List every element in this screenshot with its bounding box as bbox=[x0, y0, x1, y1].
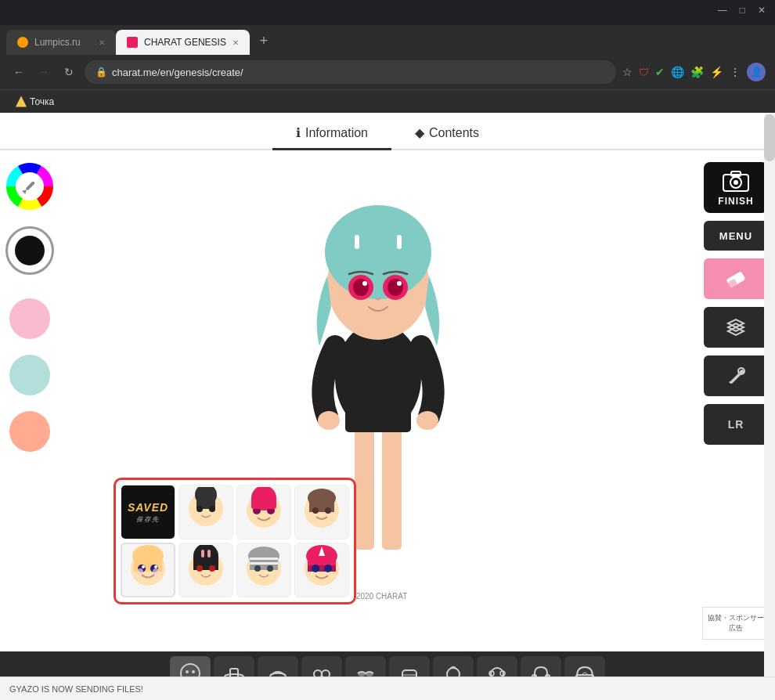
svg-point-74 bbox=[186, 670, 189, 673]
color-swatch-teal[interactable] bbox=[9, 355, 50, 395]
svg-point-15 bbox=[353, 279, 369, 296]
tab-charat[interactable]: CHARAT GENESIS ✕ bbox=[116, 30, 250, 55]
svg-point-75 bbox=[192, 670, 195, 673]
svg-point-35 bbox=[325, 507, 331, 514]
forward-button[interactable]: → bbox=[34, 66, 53, 78]
info-icon: ℹ bbox=[296, 125, 301, 140]
toolbar-hat-btn[interactable] bbox=[214, 656, 254, 677]
svg-point-49 bbox=[209, 565, 215, 572]
preset-item-5-selected[interactable] bbox=[121, 543, 175, 597]
extension-icon[interactable]: 🛡 bbox=[639, 67, 649, 78]
tab-information[interactable]: ℹ Information bbox=[272, 119, 391, 150]
black-circle-tool[interactable] bbox=[5, 226, 54, 275]
menu-dots-icon[interactable]: ⋮ bbox=[730, 66, 741, 78]
new-tab-button[interactable]: + bbox=[253, 30, 275, 52]
preset-item-8[interactable] bbox=[294, 543, 349, 597]
copyright: © 2020 CHARAT bbox=[348, 592, 408, 601]
tab-close-charat[interactable]: ✕ bbox=[232, 38, 239, 47]
lock-icon: 🔒 bbox=[96, 67, 107, 78]
toolbar-sunglasses-btn[interactable] bbox=[345, 656, 386, 677]
toolbar-glasses-btn[interactable] bbox=[301, 656, 342, 677]
toolbar-face-btn[interactable] bbox=[170, 656, 211, 677]
layers-button[interactable] bbox=[704, 307, 768, 348]
maximize-button[interactable]: □ bbox=[740, 5, 745, 16]
toolbar-headphone-btn[interactable] bbox=[521, 656, 561, 677]
preset-item-2[interactable] bbox=[178, 485, 233, 539]
back-button[interactable]: ← bbox=[9, 66, 28, 78]
svg-rect-30 bbox=[251, 496, 276, 509]
extensions-icon[interactable]: 🧩 bbox=[690, 66, 704, 78]
scrollbar[interactable] bbox=[764, 113, 775, 677]
sponsor-box: 協賛・スポンサー広告 bbox=[702, 607, 770, 640]
svg-rect-70 bbox=[726, 271, 745, 287]
tab-contents[interactable]: ◆ Contents bbox=[391, 119, 503, 150]
bookmark-star-icon[interactable]: ☆ bbox=[622, 66, 633, 78]
mask-icon bbox=[398, 662, 420, 677]
menu-button[interactable]: MENU bbox=[704, 221, 768, 251]
left-sidebar bbox=[0, 150, 59, 651]
preset-item-3[interactable] bbox=[236, 485, 291, 539]
svg-rect-55 bbox=[250, 557, 278, 560]
address-input[interactable]: 🔒 bbox=[85, 60, 616, 84]
toolbar-helmet-btn[interactable] bbox=[564, 656, 605, 677]
toolbar-cap-btn[interactable] bbox=[258, 656, 298, 677]
svg-point-76 bbox=[225, 674, 243, 677]
svg-point-73 bbox=[181, 664, 200, 677]
preset-saved[interactable]: SAVED 保存先 bbox=[121, 485, 175, 539]
eraser-icon bbox=[724, 267, 748, 290]
svg-rect-7 bbox=[345, 401, 411, 432]
eraser-button[interactable] bbox=[704, 258, 768, 299]
close-button[interactable]: ✕ bbox=[758, 5, 766, 16]
wrench-button[interactable] bbox=[704, 355, 768, 396]
minimize-button[interactable]: — bbox=[718, 5, 727, 16]
lr-button[interactable]: LR bbox=[704, 404, 768, 445]
tab-label-charat: CHARAT GENESIS bbox=[144, 37, 226, 48]
preset-face-3 bbox=[239, 487, 289, 537]
scrollbar-thumb[interactable] bbox=[764, 114, 775, 161]
window-controls[interactable]: — □ ✕ bbox=[718, 5, 766, 16]
globe-icon[interactable]: 🌐 bbox=[671, 66, 684, 78]
color-swatch-pink[interactable] bbox=[9, 298, 50, 339]
tab-lumpics[interactable]: Lumpics.ru ✕ bbox=[6, 30, 116, 55]
color-wheel[interactable] bbox=[5, 162, 54, 211]
toolbar-head-btn[interactable] bbox=[433, 656, 474, 677]
page-tabs: ℹ Information ◆ Contents bbox=[0, 113, 775, 150]
svg-point-79 bbox=[314, 670, 322, 677]
svg-rect-86 bbox=[402, 670, 416, 677]
finish-label: FINISH bbox=[718, 196, 753, 207]
saved-label: SAVED bbox=[128, 501, 168, 514]
bookmark-label: Точка bbox=[30, 96, 54, 107]
tab-favicon-charat bbox=[127, 37, 138, 48]
svg-point-64 bbox=[324, 565, 332, 572]
svg-point-9 bbox=[416, 411, 438, 430]
camera-icon bbox=[722, 169, 750, 193]
reload-button[interactable]: ↻ bbox=[59, 66, 78, 78]
extension2-icon[interactable]: ✔ bbox=[655, 66, 665, 78]
svg-rect-94 bbox=[576, 675, 593, 677]
wrench-icon bbox=[724, 364, 748, 388]
profile-avatar[interactable]: 👤 bbox=[747, 63, 766, 81]
svg-point-17 bbox=[362, 281, 367, 286]
preset-item-6[interactable] bbox=[178, 543, 233, 597]
presets-panel: SAVED 保存先 bbox=[114, 478, 356, 604]
diamond-icon: ◆ bbox=[415, 125, 424, 140]
svg-point-84 bbox=[358, 672, 366, 677]
preset-item-7[interactable] bbox=[236, 543, 291, 597]
toolbar-ear-btn[interactable] bbox=[477, 656, 517, 677]
head-accessory-icon bbox=[442, 662, 464, 677]
sync-icon[interactable]: ⚡ bbox=[710, 66, 723, 78]
preset-item-4[interactable] bbox=[294, 485, 349, 539]
color-swatch-salmon[interactable] bbox=[9, 411, 50, 452]
svg-point-85 bbox=[366, 672, 373, 677]
helmet-icon bbox=[574, 662, 596, 677]
toolbar-mask-btn[interactable] bbox=[389, 656, 430, 677]
preset-face-5 bbox=[123, 545, 173, 595]
page-content: ℹ Information ◆ Contents bbox=[0, 113, 775, 677]
face-icon bbox=[179, 662, 201, 677]
svg-point-63 bbox=[312, 565, 319, 572]
svg-rect-77 bbox=[230, 669, 238, 677]
bookmark-tochka[interactable]: Точка bbox=[9, 95, 60, 109]
finish-button[interactable]: FINISH bbox=[704, 162, 768, 213]
tab-close-lumpics[interactable]: ✕ bbox=[99, 38, 105, 47]
url-field[interactable] bbox=[112, 67, 605, 78]
